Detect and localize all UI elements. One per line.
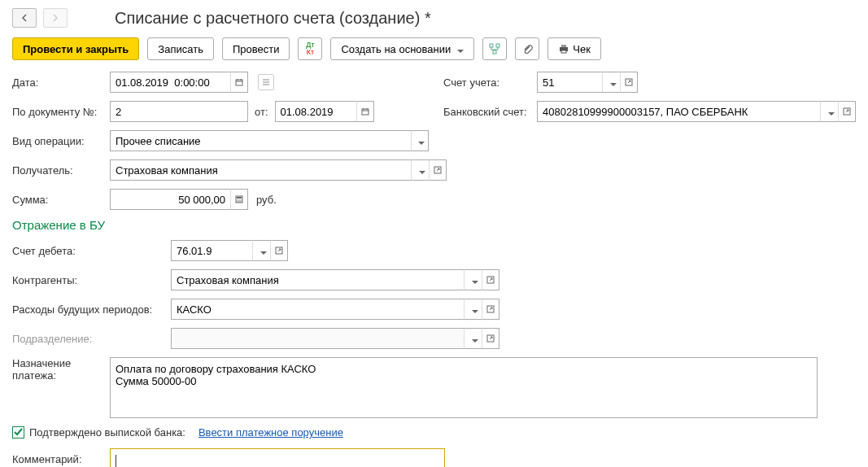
debit-label: Счет дебета:	[12, 245, 171, 257]
chevron-down-icon	[607, 76, 617, 89]
open-icon	[486, 276, 495, 284]
rbp-label: Расходы будущих периодов:	[12, 303, 171, 316]
save-button[interactable]: Записать	[147, 37, 214, 60]
chevron-down-icon	[825, 106, 835, 118]
calendar-icon	[361, 107, 369, 116]
purpose-label: Назначение платежа:	[12, 357, 110, 382]
svg-rect-6	[236, 80, 242, 85]
account-label: Счет учета:	[443, 76, 537, 89]
printer-icon	[558, 43, 569, 55]
recipient-dropdown-button[interactable]	[411, 159, 429, 181]
sum-input[interactable]	[110, 189, 230, 210]
bank-account-input[interactable]	[537, 101, 820, 122]
svg-point-13	[237, 199, 238, 200]
payment-order-link[interactable]: Ввести платежное поручение	[198, 426, 343, 439]
op-type-label: Вид операции:	[12, 135, 110, 147]
back-button[interactable]	[12, 8, 37, 28]
contr-input[interactable]	[171, 269, 464, 290]
open-icon	[486, 305, 495, 313]
dtk-icon: ДтКт	[306, 41, 314, 56]
section-title: Отражение в БУ	[12, 218, 856, 232]
rbp-open-button[interactable]	[482, 299, 499, 320]
check-icon	[14, 428, 23, 437]
comment-input[interactable]	[110, 448, 445, 467]
account-open-button[interactable]	[620, 72, 638, 93]
bank-account-label: Банковский счет:	[443, 106, 537, 118]
list-icon	[262, 78, 270, 86]
account-dropdown-button[interactable]	[602, 72, 620, 93]
arrow-right-icon	[51, 14, 59, 22]
svg-point-18	[240, 201, 241, 202]
svg-rect-5	[561, 50, 566, 53]
sum-label: Сумма:	[12, 194, 110, 206]
debit-open-button[interactable]	[270, 240, 288, 261]
chevron-down-icon	[454, 43, 464, 55]
op-type-dropdown-button[interactable]	[411, 130, 429, 151]
contr-open-button[interactable]	[482, 269, 499, 290]
dtk-button[interactable]: ДтКт	[298, 37, 322, 60]
recipient-input[interactable]	[110, 159, 411, 181]
date-calendar-button[interactable]	[230, 72, 248, 93]
create-based-button[interactable]: Создать на основании	[330, 37, 474, 60]
contr-label: Контрагенты:	[12, 274, 171, 286]
sum-calc-button[interactable]	[230, 189, 248, 210]
svg-rect-12	[237, 197, 242, 199]
doc-from-calendar-button[interactable]	[356, 101, 374, 122]
recipient-label: Получатель:	[12, 164, 110, 177]
post-close-button[interactable]: Провести и закрыть	[12, 37, 139, 60]
page-title: Списание с расчетного счета (создание) *	[115, 9, 431, 28]
recipient-open-button[interactable]	[429, 159, 447, 181]
open-icon	[486, 334, 495, 343]
contr-dropdown-button[interactable]	[464, 269, 482, 290]
chevron-down-icon	[469, 333, 478, 345]
chevron-down-icon	[469, 303, 478, 316]
confirmed-checkbox[interactable]	[12, 426, 24, 439]
doc-from-input[interactable]	[275, 101, 356, 122]
bank-account-open-button[interactable]	[838, 101, 856, 122]
calculator-icon	[235, 195, 243, 203]
structure-button[interactable]	[482, 37, 507, 60]
sum-currency: руб.	[256, 194, 277, 206]
svg-rect-7	[362, 109, 369, 115]
cheque-button[interactable]: Чек	[547, 37, 601, 60]
dept-open-button[interactable]	[482, 328, 499, 349]
svg-rect-4	[561, 45, 566, 47]
calendar-icon	[235, 78, 243, 86]
doc-from-label: от:	[255, 106, 268, 118]
chevron-down-icon	[415, 135, 425, 147]
op-type-input[interactable]	[110, 130, 411, 151]
date-input[interactable]	[110, 72, 230, 93]
svg-point-14	[238, 199, 239, 200]
purpose-textarea[interactable]	[110, 357, 818, 418]
structure-icon	[489, 43, 500, 55]
dept-input[interactable]	[171, 328, 464, 349]
bank-account-dropdown-button[interactable]	[820, 101, 838, 122]
rbp-dropdown-button[interactable]	[464, 299, 482, 320]
account-input[interactable]	[537, 72, 602, 93]
chevron-down-icon	[416, 164, 425, 177]
post-button[interactable]: Провести	[222, 37, 290, 60]
forward-button[interactable]	[43, 8, 68, 28]
chevron-down-icon	[257, 245, 267, 257]
svg-rect-0	[490, 44, 493, 47]
doc-num-input[interactable]	[110, 101, 248, 122]
doc-num-label: По документу №:	[12, 106, 110, 118]
dept-dropdown-button[interactable]	[464, 328, 482, 349]
chevron-down-icon	[469, 274, 478, 286]
debit-input[interactable]	[171, 240, 252, 261]
svg-point-16	[237, 201, 238, 202]
svg-point-17	[238, 201, 239, 202]
paperclip-icon	[521, 43, 533, 55]
create-based-label: Создать на основании	[341, 43, 451, 55]
comment-label: Комментарий:	[12, 453, 110, 465]
arrow-left-icon	[20, 14, 28, 22]
dept-label: Подразделение:	[12, 333, 171, 345]
svg-point-15	[240, 199, 241, 200]
rbp-input[interactable]	[171, 299, 464, 320]
debit-dropdown-button[interactable]	[252, 240, 270, 261]
attach-button[interactable]	[515, 37, 539, 60]
cheque-label: Чек	[573, 43, 591, 55]
open-icon	[843, 107, 851, 116]
svg-rect-1	[496, 44, 499, 47]
date-extra-button[interactable]	[258, 74, 274, 90]
